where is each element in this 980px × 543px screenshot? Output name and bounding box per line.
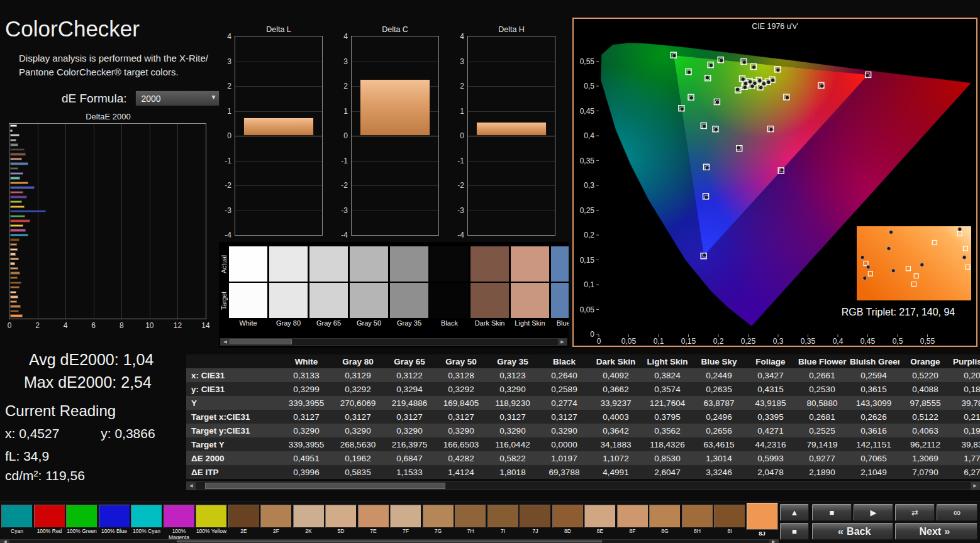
scrollbar-thumb[interactable] — [177, 540, 602, 542]
scrollbar-track[interactable] — [9, 540, 769, 543]
patch-tile-8h[interactable]: 8H — [682, 505, 713, 542]
scrollbar-track[interactable] — [196, 482, 971, 490]
column-header-light-skin: Light Skin — [642, 354, 693, 368]
delta-gridline — [468, 136, 555, 136]
table-cell: 0,3795 — [642, 410, 693, 424]
patch-sequence-bar: Cyan100% Red100% Green100% Blue100% Cyan… — [0, 502, 980, 543]
table-cell: 118,9230 — [487, 396, 538, 410]
patch-tile-7j[interactable]: 7J — [520, 505, 551, 542]
patch-tile-100-blue[interactable]: 100% Blue — [99, 505, 130, 542]
cie-diagram: CIE 1976 u'v' — [572, 18, 977, 347]
scrollbar-thumb[interactable] — [205, 483, 445, 489]
cie-measured-marker — [771, 78, 775, 82]
patch-tile-2k[interactable]: 2K — [293, 505, 325, 542]
table-cell: 0,3395 — [745, 410, 796, 424]
table-cell: 3,3246 — [693, 465, 745, 479]
scrollbar-track[interactable] — [230, 339, 558, 345]
patch-tile-100-magenta[interactable]: 100% Magenta — [164, 505, 195, 542]
de-formula-select[interactable]: 2000 ▼ — [135, 90, 220, 106]
patch-label: Blue Sky — [551, 319, 569, 327]
table-row-y-cie31: y: CIE310,32990,32920,32940,32920,32900,… — [186, 382, 980, 396]
patch-tile-2e[interactable]: 2E — [228, 505, 260, 542]
row-label: Target x:CIE31 — [186, 410, 281, 424]
cie-measured-marker — [702, 124, 706, 129]
deltae-x-tick: 0 — [8, 321, 12, 330]
patch-tile-2f[interactable]: 2F — [260, 505, 292, 542]
patch-tile-7g[interactable]: 7G — [423, 505, 454, 542]
deltae-x-tick: 14 — [201, 321, 209, 330]
table-cell: 0,3290 — [487, 382, 538, 396]
cie-measured-marker — [741, 77, 745, 82]
table-scrollbar[interactable]: ◀▶ — [186, 481, 980, 490]
deltae-x-tick: 6 — [91, 321, 96, 330]
scroll-left-arrow-icon[interactable]: ◀ — [221, 339, 230, 345]
patch-tile-8g[interactable]: 8G — [649, 505, 681, 542]
patch-tile-100-cyan[interactable]: 100% Cyan — [131, 505, 162, 542]
deltae-bar-8j — [10, 314, 23, 317]
table-cell: 7,0790 — [899, 465, 951, 479]
cie-x-tick-label: 0,1 — [654, 337, 664, 346]
play-button[interactable]: ▶ — [854, 504, 893, 521]
panel-up-button[interactable]: ▲ — [780, 504, 809, 521]
patch-tile-7h[interactable]: 7H — [455, 505, 486, 542]
table-cell: 0,2589 — [538, 382, 590, 396]
play-icon: ▶ — [871, 508, 877, 517]
pattern-window-button[interactable]: ■ — [780, 523, 809, 540]
patch-tile-8d[interactable]: 8D — [552, 505, 584, 542]
table-cell: 0,3427 — [745, 368, 796, 382]
window-icon: ■ — [792, 527, 797, 536]
patch-tile-7i[interactable]: 7I — [487, 505, 519, 542]
patch-tile-100-yellow[interactable]: 100% Yellow — [196, 505, 227, 542]
cie-measured-marker — [780, 168, 784, 172]
cie-y-tick-label: 0,25 — [580, 206, 595, 215]
patch-tile-8i[interactable]: 8I — [714, 505, 745, 542]
scroll-right-arrow-icon[interactable]: ▶ — [558, 339, 567, 345]
table-cell: 0,3127 — [487, 410, 538, 424]
patch-tile-8f[interactable]: 8F — [617, 505, 649, 542]
patch-strip-scrollbar[interactable]: ◀▶ — [220, 338, 567, 346]
continuous-button[interactable]: ∞ — [937, 504, 977, 521]
scroll-left-arrow-icon[interactable]: ◀ — [1, 540, 9, 543]
delta-y-tick: 1 — [452, 107, 464, 116]
next-button[interactable]: Next» — [895, 523, 977, 540]
cie-y-tick-label: 0,1 — [584, 280, 594, 289]
patch-tile-5d[interactable]: 5D — [325, 505, 357, 542]
patch-tile-7e[interactable]: 7E — [358, 505, 389, 542]
patch-tile-8e[interactable]: 8E — [584, 505, 616, 542]
row-label: Target Y — [186, 437, 281, 451]
scroll-right-arrow-icon[interactable]: ▶ — [971, 482, 979, 490]
table-cell: 0,1943 — [951, 424, 980, 437]
cie-y-tick-label: 0,15 — [580, 256, 595, 265]
patch-tile-8j[interactable]: 8J — [747, 503, 778, 542]
back-button[interactable]: «Back — [812, 523, 893, 540]
delta-y-tick: -4 — [335, 231, 348, 239]
table-cell: 0,3574 — [642, 382, 693, 396]
cie-x-tick-label: 0,15 — [681, 337, 696, 346]
patch-color-8j — [747, 503, 778, 530]
scrollbar-thumb[interactable] — [230, 339, 292, 344]
bottom-scrollbar[interactable]: ◀▶ — [0, 539, 779, 543]
patch-tile-7f[interactable]: 7F — [390, 505, 421, 542]
deltae-bar-purple — [10, 195, 27, 198]
delta-gridline — [235, 161, 322, 162]
delta-y-tick: 2 — [452, 82, 464, 90]
cie-measured-marker — [767, 80, 771, 85]
deltae-bar-orange — [10, 182, 28, 184]
delta-y-tick: 0 — [335, 131, 348, 140]
patch-tile-100-red[interactable]: 100% Red — [34, 505, 65, 542]
patch-color-7f — [390, 505, 421, 528]
loop-button[interactable]: ⇄ — [895, 504, 935, 521]
patch-tile-cyan[interactable]: Cyan — [1, 505, 33, 542]
patch-color-8g — [649, 505, 681, 528]
column-header-black: Black — [538, 354, 590, 368]
scroll-right-arrow-icon[interactable]: ▶ — [769, 540, 778, 543]
table-cell: 0,3290 — [332, 424, 384, 437]
patch-tile-100-green[interactable]: 100% Green — [66, 505, 97, 542]
scroll-left-arrow-icon[interactable]: ◀ — [187, 482, 196, 490]
patch-column-blue-sky: Blue Sky — [551, 246, 569, 327]
cie-y-tick-label: 0,45 — [580, 107, 595, 116]
cie-x-tick-label: 0,55 — [920, 337, 935, 346]
stop-button[interactable]: ■ — [812, 504, 852, 521]
current-reading-heading: Current Reading — [5, 402, 116, 420]
deltae-bar-moderate-red — [10, 191, 23, 194]
